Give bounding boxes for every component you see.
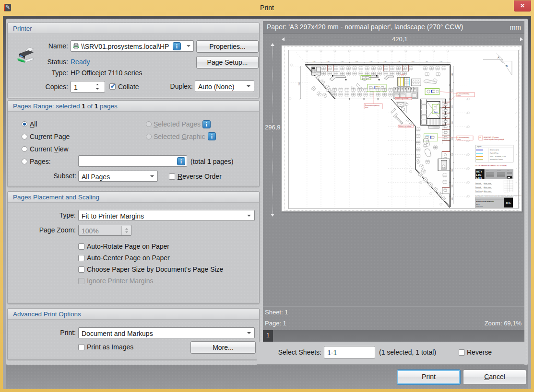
svg-text:7840: 7840 bbox=[451, 105, 453, 108]
svg-text:5.2: 5.2 bbox=[401, 75, 403, 77]
svg-text:Patch (ICT) lijn: Patch (ICT) lijn bbox=[490, 152, 498, 154]
svg-text:entree: entree bbox=[336, 76, 339, 77]
svg-text:schaal 1:100: schaal 1:100 bbox=[476, 206, 484, 207]
svg-text:Audio Visual werkvloer: Audio Visual werkvloer bbox=[476, 201, 495, 203]
svg-text:telefoon: telefoon bbox=[497, 170, 501, 171]
svg-text:5400: 5400 bbox=[412, 60, 415, 62]
svg-text:entree: entree bbox=[369, 76, 372, 77]
svg-text:Where to go scherm: Where to go scherm bbox=[396, 98, 409, 100]
svg-text:ERS: ERS bbox=[476, 176, 483, 179]
svg-text:7230: 7230 bbox=[398, 60, 401, 62]
svg-text:datum, naam: datum, naam bbox=[484, 183, 491, 184]
svg-text:wijz. datum: wijz. datum bbox=[504, 192, 509, 193]
svg-text:7230: 7230 bbox=[341, 60, 344, 62]
svg-text:7280: 7280 bbox=[369, 60, 372, 62]
svg-text:Where to go scherm: Where to go scherm bbox=[399, 125, 412, 127]
svg-text:7050: 7050 bbox=[451, 169, 453, 172]
svg-text:Blad 1: Blad 1 bbox=[476, 203, 480, 205]
svg-text:7230: 7230 bbox=[327, 60, 330, 62]
svg-text:7230: 7230 bbox=[439, 60, 442, 62]
svg-text:Formaat: Formaat bbox=[476, 198, 481, 199]
svg-text:7280: 7280 bbox=[355, 60, 358, 62]
svg-text:room: room bbox=[458, 95, 461, 97]
svg-text:mail: mail bbox=[507, 170, 510, 171]
svg-text:Netwerk, utp lijn: Netwerk, utp lijn bbox=[490, 149, 499, 151]
svg-text:14800: 14800 bbox=[451, 72, 453, 76]
svg-text:legenda: legenda bbox=[477, 145, 482, 147]
svg-text:7128: 7128 bbox=[451, 153, 453, 156]
svg-text:Infrastractilair 1 niveau: Infrastractilair 1 niveau bbox=[490, 159, 503, 161]
svg-text:840: 840 bbox=[426, 60, 428, 62]
svg-text:met de architect. Aan deze tek: met de architect. Aan deze tekening kunn… bbox=[475, 196, 514, 197]
svg-text:Gewijzigd: Gewijzigd bbox=[475, 186, 481, 188]
svg-text:L3: L3 bbox=[480, 136, 482, 138]
svg-text:7280: 7280 bbox=[384, 60, 387, 62]
svg-text:room: room bbox=[458, 138, 461, 140]
svg-text:7230: 7230 bbox=[451, 121, 453, 124]
svg-text:Gearchiveerd: Gearchiveerd bbox=[475, 190, 484, 192]
svg-text:A0 00x: A0 00x bbox=[506, 202, 511, 204]
svg-text:scherm vergaderruimte gewijzig: scherm vergaderruimte gewijzigd bbox=[484, 138, 504, 140]
svg-text:7200: 7200 bbox=[313, 60, 316, 62]
svg-text:3665: 3665 bbox=[451, 197, 453, 200]
svg-text:team: team bbox=[365, 106, 368, 108]
svg-text:datum, naam: datum, naam bbox=[484, 190, 491, 192]
svg-text:Wand + 2m hoberte, v3 buit: Wand + 2m hoberte, v3 buit bbox=[490, 155, 506, 157]
svg-text:14800: 14800 bbox=[298, 81, 300, 85]
svg-text:7203: 7203 bbox=[451, 184, 453, 187]
svg-text:7315: 7315 bbox=[451, 89, 453, 92]
svg-text:Getekend: Getekend bbox=[475, 183, 481, 184]
svg-text:datum, naam: datum, naam bbox=[484, 186, 491, 188]
svg-text:LET OP: WANNEER A3 GEPRINT WIT: LET OP: WANNEER A3 GEPRINT WIT OP GEWHL bbox=[475, 164, 507, 166]
svg-text:A: A bbox=[498, 56, 499, 59]
svg-text:naam: naam bbox=[486, 170, 489, 171]
svg-text:B: B bbox=[506, 65, 508, 68]
